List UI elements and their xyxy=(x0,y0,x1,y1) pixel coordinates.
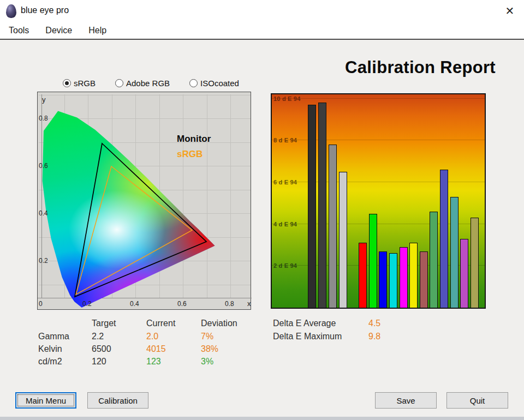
chroma-x-tick: 0.4 xyxy=(130,300,139,308)
delta-e-bar-gray-3 xyxy=(329,145,337,308)
chroma-y-tick: 0.8 xyxy=(39,115,48,122)
bar-chart-axis-label: 10 d E 94 xyxy=(273,95,301,102)
summary-current-value: 2.0 xyxy=(146,332,158,341)
chroma-y-tick: 0.4 xyxy=(39,209,48,217)
radio-circle-icon xyxy=(189,79,198,87)
summary-row-label: cd/m2 xyxy=(38,357,62,367)
chroma-x-tick: 0.6 xyxy=(177,300,187,308)
radio-circle-icon xyxy=(63,79,71,87)
save-button-label: Save xyxy=(396,396,415,405)
chromaticity-diagram: y x 0.80.60.40.200.20.40.60.8 Monitor sR… xyxy=(37,92,251,310)
menu-item-device[interactable]: Device xyxy=(44,25,73,37)
summary-current-value: 123 xyxy=(146,357,161,367)
summary-row-label: Gamma xyxy=(38,332,69,341)
radio-selected-dot xyxy=(65,81,69,85)
delta-e-bar-khaki xyxy=(471,218,479,308)
radio-label: ISOcoated xyxy=(200,79,239,88)
calibration-button-label: Calibration xyxy=(98,396,138,405)
app-egg-icon xyxy=(6,4,16,18)
save-button[interactable]: Save xyxy=(375,392,437,409)
radio-option-srgb[interactable]: sRGB xyxy=(63,79,96,88)
bar-chart-grid-line xyxy=(272,182,485,182)
main-menu-button[interactable]: Main Menu xyxy=(15,392,76,409)
bar-chart-axis-label: 2 d E 94 xyxy=(273,262,297,269)
bottom-strip xyxy=(0,417,524,420)
quit-button-label: Quit xyxy=(470,396,485,405)
quit-button[interactable]: Quit xyxy=(446,392,508,409)
summary-deviation-value: 7% xyxy=(201,332,213,341)
menu-item-tools[interactable]: Tools xyxy=(8,25,30,37)
bar-chart-axis-label: 8 d E 94 xyxy=(273,137,297,143)
delta-e-bar-cyan xyxy=(389,253,397,308)
delta-e-bar-brown xyxy=(420,251,428,308)
delta-e-bar-gray-4 xyxy=(339,172,347,308)
x-axis-label: x xyxy=(247,299,251,308)
delta-e-bar-yellow xyxy=(409,243,418,308)
delta-e-bar-orchid xyxy=(460,239,468,308)
chroma-y-tick: 0.6 xyxy=(39,162,48,170)
bar-chart-axis-label: 4 d E 94 xyxy=(273,221,297,227)
chroma-x-tick: 0 xyxy=(39,300,43,308)
gamut-triangles-svg xyxy=(38,92,252,310)
title-bar: blue eye pro ✕ xyxy=(0,0,524,22)
delta-e-bar-red xyxy=(359,243,367,308)
legend-monitor-label: Monitor xyxy=(177,134,211,145)
window-title: blue eye pro xyxy=(21,5,69,15)
delta-e-bar-gray-1 xyxy=(308,105,316,308)
srgb-gamut-triangle xyxy=(76,166,192,295)
radio-circle-icon xyxy=(115,79,123,87)
monitor-gamut-triangle xyxy=(75,143,206,297)
bar-chart-grid-line xyxy=(272,140,485,140)
report-title: Calibration Report xyxy=(322,58,519,77)
focus-ring xyxy=(17,394,74,406)
bar-chart-grid-line xyxy=(272,98,485,99)
summary-row-label: Kelvin xyxy=(38,344,62,354)
menu-bar: ToolsDeviceHelp xyxy=(0,22,524,39)
summary-current-value: 4015 xyxy=(146,344,166,354)
chroma-y-tick: 0.2 xyxy=(39,257,48,265)
summary-header-deviation: Deviation xyxy=(201,319,237,328)
delta-e-value: 4.5 xyxy=(368,319,380,328)
calibration-button[interactable]: Calibration xyxy=(87,392,148,409)
profile-radio-group: sRGBAdobe RGBISOcoated xyxy=(63,79,239,88)
radio-option-adobe-rgb[interactable]: Adobe RGB xyxy=(115,79,170,88)
delta-e-value: 9.8 xyxy=(368,332,380,341)
menu-separator xyxy=(0,39,524,40)
chroma-x-tick: 0.2 xyxy=(82,300,92,308)
delta-e-bar-gray-2 xyxy=(318,103,326,308)
y-axis-label: y xyxy=(42,95,46,104)
delta-e-bar-slate-blue xyxy=(440,170,448,308)
chroma-x-tick: 0.8 xyxy=(225,300,234,308)
delta-e-label: Delta E Maximum xyxy=(273,332,342,341)
delta-e-label: Delta E Average xyxy=(273,319,336,328)
summary-target-value: 2.2 xyxy=(92,332,104,341)
summary-target-value: 6500 xyxy=(92,344,111,354)
delta-e-bar-sea-green xyxy=(430,212,438,308)
radio-label: sRGB xyxy=(74,79,96,88)
summary-deviation-value: 3% xyxy=(201,357,213,367)
summary-header-current: Current xyxy=(146,319,175,328)
app-window: blue eye pro ✕ ToolsDeviceHelp sRGBAdobe… xyxy=(0,0,524,420)
summary-header-target: Target xyxy=(92,319,116,328)
delta-e-bar-teal xyxy=(450,197,458,308)
close-icon[interactable]: ✕ xyxy=(500,2,520,20)
summary-deviation-value: 38% xyxy=(201,344,218,354)
menu-item-help[interactable]: Help xyxy=(87,25,108,37)
legend-srgb-label: sRGB xyxy=(177,149,203,160)
summary-target-value: 120 xyxy=(92,357,106,367)
radio-label: Adobe RGB xyxy=(126,79,170,88)
delta-e-bar-magenta xyxy=(400,247,408,308)
bar-chart-axis-label: 6 d E 94 xyxy=(273,179,297,185)
delta-e-bar-blue xyxy=(379,251,387,308)
delta-e-bar-green xyxy=(369,214,377,308)
radio-option-isocoated[interactable]: ISOcoated xyxy=(189,79,239,88)
delta-e-bar-chart: 10 d E 948 d E 946 d E 944 d E 942 d E 9… xyxy=(271,93,486,309)
